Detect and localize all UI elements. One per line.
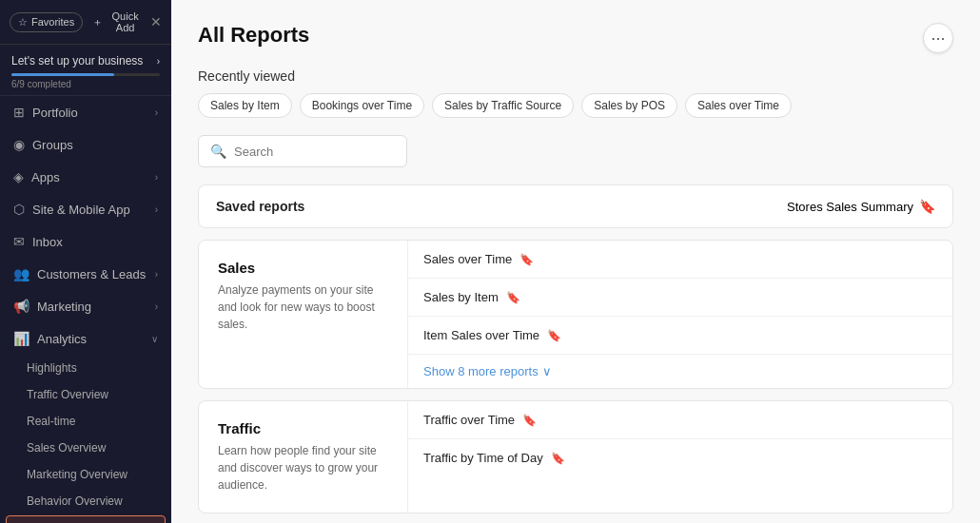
page-title: All Reports xyxy=(198,23,309,48)
report-label: Sales by Item xyxy=(423,290,499,304)
chevron-right-icon: › xyxy=(155,107,158,118)
search-icon: 🔍 xyxy=(210,144,226,159)
report-label: Traffic over Time xyxy=(423,413,515,427)
bookmark-icon[interactable]: 🔖 xyxy=(551,452,565,465)
favorites-label: Favorites xyxy=(31,16,74,28)
main-content: All Reports ··· Recently viewed Sales by… xyxy=(171,0,980,523)
bookmark-filled-icon: 🔖 xyxy=(919,199,935,214)
report-label: Sales over Time xyxy=(423,252,512,266)
sidebar-item-customers-leads[interactable]: 👥 Customers & Leads › xyxy=(0,258,171,290)
sidebar-subitem-highlights[interactable]: Highlights xyxy=(0,355,171,381)
groups-icon: ◉ xyxy=(13,137,25,152)
progress-text: 6/9 completed xyxy=(11,79,160,89)
more-options-button[interactable]: ··· xyxy=(923,23,953,53)
sidebar-close-button[interactable]: ✕ xyxy=(150,14,162,29)
progress-bar-background xyxy=(11,73,160,76)
recently-viewed-label: Recently viewed xyxy=(198,68,953,84)
chevron-right-icon: › xyxy=(155,172,158,183)
sidebar-item-label: Customers & Leads xyxy=(37,267,146,281)
setup-chevron-icon: › xyxy=(157,56,160,67)
report-label: Traffic by Time of Day xyxy=(423,451,543,465)
sidebar-item-label: Inbox xyxy=(32,235,63,249)
sidebar-item-portfolio[interactable]: ⊞ Portfolio › xyxy=(0,96,171,128)
chevron-right-icon: › xyxy=(155,204,158,215)
site-icon: ⬡ xyxy=(13,202,25,217)
star-icon: ☆ xyxy=(18,16,28,29)
portfolio-icon: ⊞ xyxy=(13,105,25,120)
analytics-icon: 📊 xyxy=(13,331,29,346)
traffic-section-desc: Learn how people find your site and disc… xyxy=(218,442,388,494)
favorites-button[interactable]: ☆ Favorites xyxy=(10,12,83,32)
sidebar-subitem-all-reports[interactable]: All Reports xyxy=(6,515,166,523)
customers-icon: 👥 xyxy=(13,266,29,281)
sidebar-item-label: Portfolio xyxy=(32,106,78,120)
setup-label-text: Let's set up your business xyxy=(11,54,143,68)
report-row-traffic-by-time[interactable]: Traffic by Time of Day 🔖 xyxy=(408,439,952,476)
setup-label: Let's set up your business › xyxy=(11,54,160,68)
sidebar-item-apps[interactable]: ◈ Apps › xyxy=(0,161,171,193)
page-header: All Reports ··· xyxy=(198,23,953,53)
sidebar-subitem-behavior-overview[interactable]: Behavior Overview xyxy=(0,488,171,514)
show-more-reports-button[interactable]: Show 8 more reports ∨ xyxy=(408,355,567,388)
bookmark-icon[interactable]: 🔖 xyxy=(506,291,520,304)
plus-icon: ＋ xyxy=(92,15,103,29)
report-row-sales-over-time[interactable]: Sales over Time 🔖 xyxy=(408,241,952,279)
saved-report-label: Stores Sales Summary xyxy=(787,200,913,214)
traffic-section-title: Traffic xyxy=(218,420,388,436)
quick-add-button[interactable]: ＋ Quick Add xyxy=(87,8,150,36)
show-more-label: Show 8 more reports xyxy=(423,364,539,378)
chevron-right-icon: › xyxy=(155,269,158,280)
sidebar-subitem-traffic-overview[interactable]: Traffic Overview xyxy=(0,381,171,408)
sidebar-item-site-mobile[interactable]: ⬡ Site & Mobile App › xyxy=(0,193,171,225)
traffic-section-card: Traffic Learn how people find your site … xyxy=(198,400,953,513)
saved-reports-section: Saved reports Stores Sales Summary 🔖 xyxy=(198,184,953,228)
inbox-icon: ✉ xyxy=(13,234,25,249)
sidebar-item-label: Marketing xyxy=(37,300,91,314)
sidebar: ☆ Favorites ＋ Quick Add ✕ Let's set up y… xyxy=(0,0,171,523)
report-row-item-sales-over-time[interactable]: Item Sales over Time 🔖 xyxy=(408,317,952,355)
chevron-right-icon: › xyxy=(155,301,158,312)
bookmark-icon[interactable]: 🔖 xyxy=(519,253,534,266)
bookmark-icon[interactable]: 🔖 xyxy=(547,329,561,342)
chip-sales-by-item[interactable]: Sales by Item xyxy=(198,93,292,118)
sidebar-item-groups[interactable]: ◉ Groups xyxy=(0,128,171,161)
apps-icon: ◈ xyxy=(13,169,24,184)
bookmark-icon[interactable]: 🔖 xyxy=(522,414,537,427)
recently-viewed-chips: Sales by Item Bookings over Time Sales b… xyxy=(198,93,953,118)
sales-section-card: Sales Analyze payments on your site and … xyxy=(198,240,953,389)
saved-report-row[interactable]: Stores Sales Summary 🔖 xyxy=(787,199,935,214)
sidebar-item-label: Apps xyxy=(31,170,60,184)
chevron-down-icon: ∨ xyxy=(542,364,552,378)
saved-reports-title: Saved reports xyxy=(216,199,304,214)
sales-reports-list: Sales over Time 🔖 Sales by Item 🔖 Item S… xyxy=(408,241,952,388)
chip-sales-over-time[interactable]: Sales over Time xyxy=(685,93,792,118)
sales-section-title: Sales xyxy=(218,260,388,276)
sales-section-desc: Analyze payments on your site and look f… xyxy=(218,281,388,333)
chip-sales-by-traffic-source[interactable]: Sales by Traffic Source xyxy=(432,93,574,118)
sidebar-item-analytics[interactable]: 📊 Analytics ∨ xyxy=(0,322,171,355)
sidebar-item-marketing[interactable]: 📢 Marketing › xyxy=(0,290,171,322)
sidebar-top-bar: ☆ Favorites ＋ Quick Add ✕ xyxy=(0,0,171,45)
sidebar-item-label: Site & Mobile App xyxy=(32,203,130,217)
sidebar-subitem-sales-overview[interactable]: Sales Overview xyxy=(0,435,171,461)
sidebar-item-label: Analytics xyxy=(37,332,87,346)
chevron-down-icon: ∨ xyxy=(151,334,158,344)
report-row-traffic-over-time[interactable]: Traffic over Time 🔖 xyxy=(408,401,952,439)
search-bar: 🔍 xyxy=(198,135,407,167)
sidebar-subitem-real-time[interactable]: Real-time xyxy=(0,408,171,435)
report-row-sales-by-item[interactable]: Sales by Item 🔖 xyxy=(408,279,952,317)
search-input[interactable] xyxy=(234,145,395,159)
progress-bar-fill xyxy=(11,73,114,76)
report-label: Item Sales over Time xyxy=(423,328,539,342)
quick-add-label: Quick Add xyxy=(106,10,145,33)
traffic-reports-list: Traffic over Time 🔖 Traffic by Time of D… xyxy=(408,401,952,513)
marketing-icon: 📢 xyxy=(13,299,29,314)
sidebar-subitem-marketing-overview[interactable]: Marketing Overview xyxy=(0,461,171,488)
chip-sales-by-pos[interactable]: Sales by POS xyxy=(581,93,677,118)
sidebar-item-inbox[interactable]: ✉ Inbox xyxy=(0,225,171,258)
traffic-section-info: Traffic Learn how people find your site … xyxy=(199,401,408,513)
sidebar-item-label: Groups xyxy=(32,138,73,152)
chip-bookings-over-time[interactable]: Bookings over Time xyxy=(300,93,424,118)
setup-section: Let's set up your business › 6/9 complet… xyxy=(0,45,171,96)
sales-section-info: Sales Analyze payments on your site and … xyxy=(199,241,408,388)
